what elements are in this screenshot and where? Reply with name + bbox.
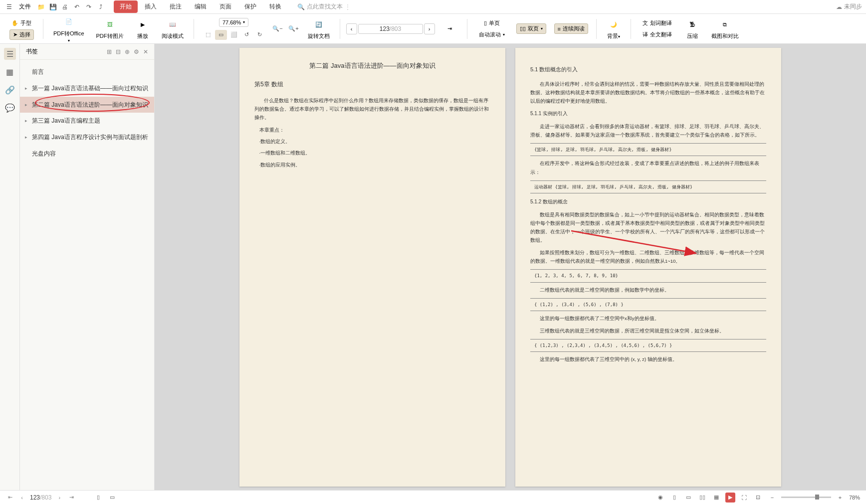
save-icon[interactable]: 💾 (48, 2, 58, 12)
fullscreen-icon[interactable]: ⛶ (739, 493, 749, 503)
comments-rail-icon[interactable]: 💬 (4, 102, 16, 114)
open-icon[interactable]: 📁 (36, 2, 46, 12)
bm-settings-icon[interactable]: ⚙ (134, 48, 139, 55)
page-input[interactable]: 123/803 (358, 24, 423, 34)
section-5-1-1: 5.1.1 实例的引入 (530, 109, 766, 118)
zoom-value[interactable]: 78% (849, 495, 860, 501)
background-btn[interactable]: 🌙 背景▾ (603, 15, 625, 42)
compress-icon: 🗜 (685, 17, 699, 31)
prev-page-sb-btn[interactable]: ‹ (18, 494, 26, 502)
read-mode[interactable]: 📖 阅读模式 (158, 15, 188, 42)
bm-expand-icon[interactable]: ⊞ (107, 48, 112, 55)
print-icon[interactable]: 🖨 (60, 2, 70, 12)
layout-2-icon[interactable]: ▭ (683, 493, 693, 503)
thumbnails-rail-icon[interactable]: ▦ (4, 66, 16, 78)
bookmark-item-cd[interactable]: 光盘内容 (20, 146, 154, 162)
word-translate-btn[interactable]: 文划词翻译 (639, 18, 675, 28)
zoom-combo[interactable]: 77.68%▾ (219, 18, 248, 27)
zoom-in-icon[interactable]: 🔍+ (288, 24, 300, 34)
actual-size-icon[interactable]: ⬜ (228, 30, 240, 40)
fit-page-icon[interactable]: ▭ (215, 30, 227, 40)
continuous-btn[interactable]: ≡连续阅读 (554, 23, 588, 34)
zoom-in-sb-icon[interactable]: + (835, 493, 845, 503)
section-5-1: 5.1 数组概念的引入 (530, 65, 766, 75)
search-placeholder: 点此查找文本 (307, 2, 343, 11)
zoom-out-sb-icon[interactable]: − (767, 493, 777, 503)
tab-edit[interactable]: 编辑 (189, 0, 213, 13)
rotate-left-icon[interactable]: ↺ (241, 30, 253, 40)
single-page-icon: ▯ (484, 20, 487, 26)
layout-4-icon[interactable]: ▦ (711, 493, 721, 503)
weibo-icon[interactable]: ◉ (655, 493, 665, 503)
zoom-slider[interactable] (781, 497, 831, 498)
chapter-title: 第5章 数组 (254, 79, 490, 90)
menu-hamburger-icon[interactable]: ☰ (4, 2, 14, 12)
bm-collapse-icon[interactable]: ⊟ (116, 48, 121, 55)
play-button[interactable]: ▶ 播放 (132, 15, 154, 42)
layout-3-icon[interactable]: ▯▯ (697, 493, 707, 503)
chevron-right-icon: ▸ (25, 118, 27, 124)
view-mode-2-icon[interactable]: ▭ (107, 493, 117, 503)
bm-add-icon[interactable]: ⊕ (125, 48, 130, 55)
code-3: {1, 2, 3, 4, 5, 6, 7, 8, 9, 10} (530, 269, 766, 282)
bookmark-item-part3[interactable]: ▸第三篇 Java语言编程主题 (20, 113, 154, 129)
bookmark-item-part2[interactable]: ▸ 第二篇 Java语言语法进阶——面向对象知识 (20, 97, 154, 113)
rotate-right-icon[interactable]: ↻ (254, 30, 266, 40)
cursor-icon: ➤ (13, 31, 17, 38)
tab-insert[interactable]: 插入 (139, 0, 163, 13)
bookmark-item-part1[interactable]: ▸第一篇 Java语言语法基础——面向过程知识 (20, 80, 154, 97)
layout-1-icon[interactable]: ▯ (669, 493, 679, 503)
full-translate-btn[interactable]: 译全文翻译 (639, 29, 675, 40)
point-1: ·数组的定义。 (259, 137, 491, 146)
hand-tool[interactable]: ✋手型 (8, 18, 35, 28)
screenshot-compare-btn[interactable]: ⧉ 截图和对比 (707, 15, 743, 42)
tab-start[interactable]: 开始 (114, 0, 138, 13)
attachments-rail-icon[interactable]: 🔗 (4, 84, 16, 96)
prev-page-btn[interactable]: ‹ (346, 23, 357, 34)
part-title: 第二篇 Java语言语法进阶——面向对象知识 (254, 60, 490, 71)
export-icon[interactable]: ⤴ (96, 2, 106, 12)
pdf-to-image[interactable]: 🖼 PDF转图片 (92, 15, 128, 42)
tab-annotate[interactable]: 批注 (164, 0, 188, 13)
fit-icon[interactable]: ⊡ (753, 493, 763, 503)
tab-protect[interactable]: 保护 (238, 0, 262, 13)
point-3: ·数组的应用实例。 (259, 161, 491, 169)
goto-page[interactable]: ⇥ (439, 20, 461, 38)
last-page-btn[interactable]: ⇥ (67, 494, 75, 502)
para-6: 二维数组代表的就是二维空间的数据，例如数学中的坐标。 (530, 286, 766, 294)
bookmark-item-part4[interactable]: ▸第四篇 Java语言程序设计实例与面试题剖析 (20, 129, 154, 146)
redo-icon[interactable]: ↷ (84, 2, 94, 12)
undo-icon[interactable]: ↶ (72, 2, 82, 12)
first-page-btn[interactable]: ⇤ (6, 494, 14, 502)
double-page-icon: ▯▯ (520, 25, 526, 32)
view-mode-1-icon[interactable]: ▯ (93, 493, 103, 503)
bm-close-icon[interactable]: ✕ (143, 48, 148, 55)
play-icon: ▶ (136, 17, 150, 31)
tab-convert[interactable]: 转换 (263, 0, 287, 13)
para-3: 在程序开发中，将这种集合形式经过改装，变成了本章要重点讲述的数组，将上述的例子用… (530, 159, 766, 176)
single-page-btn[interactable]: ▯单页 (480, 18, 503, 28)
next-page-sb-btn[interactable]: › (55, 494, 63, 502)
bookmark-item-preface[interactable]: 前言 (20, 64, 154, 80)
search-field[interactable]: 🔍 点此查找文本 ⋮ (297, 2, 351, 11)
bookmarks-rail-icon[interactable]: ☰ (4, 48, 16, 60)
code-4: { (1,2) , (3,4) , (5,6) , (7,8) } (530, 298, 766, 311)
play-sb-icon[interactable]: ▶ (725, 493, 735, 503)
double-page-btn[interactable]: ▯▯双页▾ (516, 23, 546, 34)
file-menu[interactable]: 文件 (16, 2, 34, 11)
document-viewer[interactable]: 第二篇 Java语言语法进阶——面向对象知识 第5章 数组 什么是数组？数组在实… (155, 44, 866, 490)
compress-btn[interactable]: 🗜 压缩 (681, 15, 703, 42)
pdf-to-office[interactable]: 📄 PDF转Office▾ (49, 13, 88, 45)
code-1: {篮球, 排球, 足球, 羽毛球, 乒乓球, 高尔夫, 滑板, 健身器材} (530, 143, 766, 156)
rotate-doc[interactable]: 🔄 旋转文档 (304, 15, 334, 42)
next-page-btn[interactable]: › (424, 23, 435, 34)
sync-status[interactable]: ☁ 未同步 (836, 2, 862, 11)
chevron-right-icon: ▸ (25, 102, 27, 108)
auto-scroll-btn[interactable]: 自动滚动▾ (475, 29, 508, 40)
fit-width-icon[interactable]: ⬚ (202, 30, 214, 40)
zoom-out-icon[interactable]: 🔍− (272, 24, 284, 34)
tab-page[interactable]: 页面 (214, 0, 237, 13)
select-tool[interactable]: ➤选择 (9, 29, 34, 40)
status-page[interactable]: 123/803 (30, 494, 51, 501)
chapter-intro: 什么是数组？数组在实际程序中起到什么作用？数组用来存储数据，类似数据的缓存，数组… (254, 96, 490, 122)
